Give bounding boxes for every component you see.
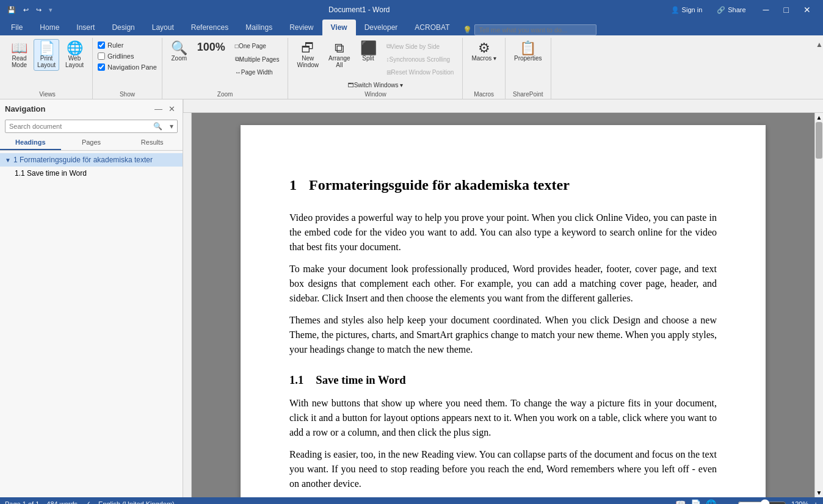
nav-tab-pages[interactable]: Pages	[61, 135, 122, 150]
tab-file[interactable]: File	[2, 20, 31, 35]
nav-item-heading1[interactable]: ▼ 1 Formateringsguide för akademiska tex…	[0, 153, 183, 167]
paragraph-2[interactable]: To make your document look professionall…	[289, 262, 717, 306]
ruler-checkbox[interactable]: Ruler	[98, 40, 123, 50]
multiple-pages-button[interactable]: ⧉ Multiple Pages	[231, 53, 283, 65]
web-view-button[interactable]: 🌐	[706, 499, 716, 504]
properties-icon: 📋	[520, 41, 536, 55]
nav-item-heading2-text: 1.1 Save time in Word	[15, 169, 87, 178]
navigation-panel: Navigation — ✕ 🔍 ▾ Headings Pages Result…	[0, 99, 183, 497]
ruler-svg	[183, 99, 823, 112]
ribbon-content: 📖 ReadMode 📄 PrintLayout 🌐 WebLayout Vie…	[0, 35, 823, 99]
ribbon-group-show: Ruler Gridlines Navigation Pane Show	[93, 38, 162, 99]
multiple-pages-icon: ⧉	[235, 56, 239, 63]
sharepoint-group-label: SharePoint	[513, 91, 543, 99]
tab-acrobat[interactable]: ACROBAT	[406, 20, 458, 35]
window-group-label: Window	[364, 91, 386, 99]
new-window-button[interactable]: 🗗 NewWindow	[293, 39, 322, 71]
tab-insert[interactable]: Insert	[68, 20, 103, 35]
nav-tab-headings[interactable]: Headings	[0, 135, 61, 150]
tab-layout[interactable]: Layout	[143, 20, 183, 35]
search-input[interactable]	[5, 120, 150, 132]
save-button[interactable]: 💾	[5, 5, 18, 15]
vertical-ruler	[183, 113, 192, 497]
tab-view[interactable]: View	[322, 20, 356, 35]
heading1-number: 1	[289, 174, 297, 196]
sync-scrolling-icon: ↕	[386, 56, 390, 63]
window-title: Document1 - Word	[53, 5, 666, 14]
tell-me-input[interactable]	[474, 24, 596, 35]
macros-button[interactable]: ⚙ Macros ▾	[468, 39, 500, 64]
switch-windows-button[interactable]: 🗔 Switch Windows ▾	[344, 79, 407, 91]
reset-position-icon: ⊞	[386, 69, 391, 76]
sign-in-button[interactable]: 👤Sign in	[666, 5, 708, 15]
tab-developer[interactable]: Developer	[356, 20, 407, 35]
zoom-100-button[interactable]: 100%	[194, 39, 229, 55]
scroll-thumb[interactable]	[816, 122, 822, 159]
reset-position-button[interactable]: ⊞ Reset Window Position	[383, 67, 458, 78]
zoom-slider[interactable]	[738, 499, 786, 504]
scroll-down-button[interactable]: ▼	[815, 488, 823, 497]
doc-viewport: 1 Formateringsguide för akademiska texte…	[183, 113, 823, 497]
scroll-up-button[interactable]: ▲	[815, 113, 823, 122]
tab-references[interactable]: References	[183, 20, 237, 35]
zoom-button[interactable]: 🔍 Zoom	[167, 39, 191, 64]
nav-tab-results[interactable]: Results	[121, 135, 183, 150]
collapse-ribbon-button[interactable]: ▲	[816, 40, 823, 49]
gridlines-checkbox[interactable]: Gridlines	[98, 51, 134, 61]
zoom-icon: 🔍	[171, 41, 187, 55]
search-dropdown-button[interactable]: ▾	[166, 120, 177, 132]
paragraph-4[interactable]: With new buttons that show up where you …	[289, 396, 717, 440]
undo-button[interactable]: ↩	[21, 5, 31, 15]
ribbon-group-views: 📖 ReadMode 📄 PrintLayout 🌐 WebLayout Vie…	[2, 38, 93, 99]
redo-button[interactable]: ↪	[34, 5, 44, 15]
doc-scroll[interactable]: 1 Formateringsguide för akademiska texte…	[192, 113, 814, 497]
print-layout-button[interactable]: 📄 PrintLayout	[34, 39, 59, 71]
ribbon-group-macros: ⚙ Macros ▾ Macros	[463, 38, 506, 99]
split-icon: ⬛	[360, 41, 377, 55]
heading2: 1.1 Save time in Word	[289, 372, 717, 389]
heading1: 1 Formateringsguide för akademiska texte…	[289, 174, 717, 196]
sync-scrolling-button[interactable]: ↕ Synchronous Scrolling	[383, 54, 458, 65]
page-width-button[interactable]: ↔ Page Width	[231, 67, 283, 78]
nav-minimize-button[interactable]: —	[152, 103, 165, 115]
show-group-label: Show	[120, 91, 135, 99]
views-group-label: Views	[39, 91, 56, 99]
tab-review[interactable]: Review	[281, 20, 322, 35]
arrange-all-button[interactable]: ⧉ ArrangeAll	[325, 39, 354, 71]
search-button[interactable]: 🔍	[150, 120, 166, 132]
tab-mailings[interactable]: Mailings	[237, 20, 281, 35]
restore-button[interactable]: □	[777, 4, 796, 16]
heading2-number: 1.1	[289, 372, 303, 389]
vertical-scrollbar[interactable]: ▲ ▼	[814, 113, 823, 497]
zoom-group-label: Zoom	[217, 91, 233, 99]
nav-close-button[interactable]: ✕	[166, 103, 178, 115]
read-mode-icon: 📖	[11, 41, 27, 55]
read-mode-button[interactable]: 📖 ReadMode	[7, 39, 31, 71]
zoom-in-button[interactable]: +	[813, 500, 818, 505]
navigation-pane-checkbox[interactable]: Navigation Pane	[98, 62, 157, 72]
page-width-icon: ↔	[235, 69, 241, 76]
split-button[interactable]: ⬛ Split	[357, 39, 380, 71]
paragraph-3[interactable]: Themes and styles also help keep your do…	[289, 313, 717, 357]
macros-icon: ⚙	[478, 41, 490, 55]
share-button[interactable]: 🔗Share	[712, 5, 750, 15]
language[interactable]: English (United Kingdom)	[98, 500, 175, 504]
properties-button[interactable]: 📋 Properties	[510, 39, 546, 64]
tab-home[interactable]: Home	[31, 20, 68, 35]
paragraph-5[interactable]: Reading is easier, too, in the new Readi…	[289, 447, 717, 491]
document-page: 1 Formateringsguide för akademiska texte…	[241, 125, 766, 497]
read-view-button[interactable]: 📖	[675, 499, 686, 504]
paragraph-1[interactable]: Video provides a powerful way to help yo…	[289, 211, 717, 254]
one-page-button[interactable]: □ One Page	[231, 40, 283, 52]
minimize-button[interactable]: ─	[756, 4, 777, 16]
print-layout-status-button[interactable]: 📄	[691, 499, 701, 504]
view-side-by-side-button[interactable]: ⧉ View Side by Side	[383, 40, 458, 52]
window-controls: ─ □ ✕	[756, 4, 818, 16]
nav-item-heading2[interactable]: 1.1 Save time in Word	[0, 167, 183, 180]
ribbon-group-window: 🗗 NewWindow ⧉ ArrangeAll ⬛ Split ⧉ View …	[288, 38, 463, 99]
print-layout-icon: 📄	[38, 41, 55, 55]
web-layout-button[interactable]: 🌐 WebLayout	[62, 39, 87, 71]
tab-design[interactable]: Design	[103, 20, 143, 35]
page-info: Page 1 of 1	[5, 500, 39, 504]
close-button[interactable]: ✕	[796, 4, 818, 16]
